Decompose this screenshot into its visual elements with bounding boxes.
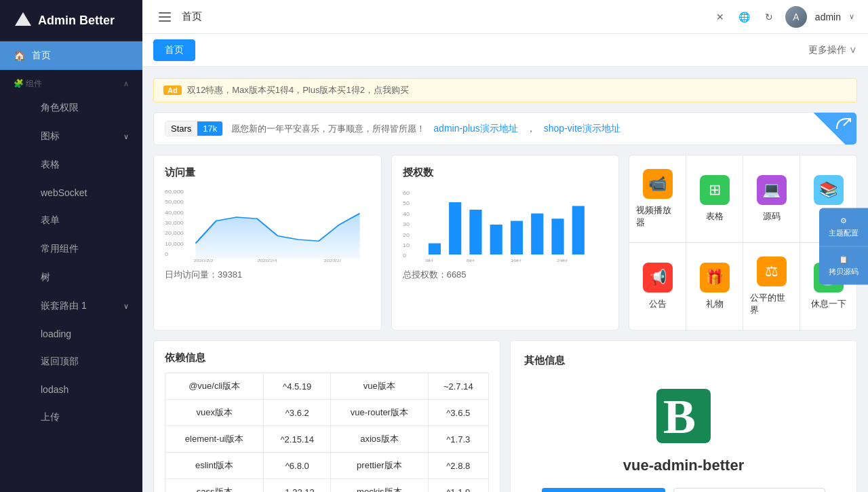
sidebar-item-tree[interactable]: 树 <box>27 263 142 292</box>
github-button[interactable]: vue2.x版本 github下载源码点star <box>673 488 825 492</box>
svg-text:30,000: 30,000 <box>165 221 184 225</box>
dep-val-vue: ~2.7.14 <box>428 373 488 400</box>
more-actions-button[interactable]: 更多操作 ∨ <box>808 44 857 56</box>
username[interactable]: admin <box>815 12 841 22</box>
rest-label: 休息一下 <box>811 298 846 310</box>
visit-chart-card: 访问量 60,000 50,000 40,000 30,000 20,000 1… <box>153 155 382 330</box>
sidebar-item-role-permissions[interactable]: 角色权限 <box>27 94 142 122</box>
sidebar-item-nested-route[interactable]: 嵌套路由 1 ∨ <box>27 292 142 320</box>
auth-chart-title: 授权数 <box>403 166 608 179</box>
icons-chevron: ∨ <box>123 132 129 141</box>
logo-icon <box>14 11 33 30</box>
auth-chart-card: 授权数 60 50 40 30 20 10 0 <box>391 155 620 330</box>
refresh-icon[interactable]: ↻ <box>761 9 777 25</box>
home-icon: 🏠 <box>14 50 25 61</box>
svg-rect-18 <box>428 244 440 255</box>
notice-icon: 📢 <box>643 263 673 292</box>
globe-icon[interactable]: 🌐 <box>736 9 753 25</box>
quick-link-table[interactable]: ⊞ 表格 <box>686 155 743 242</box>
quick-link-video[interactable]: 📹 视频播放器 <box>629 155 686 242</box>
stars-badge[interactable]: Stars 17k <box>165 121 223 136</box>
svg-text:16时: 16时 <box>511 259 521 262</box>
dep-val-sass: ~1.32.13 <box>264 479 331 493</box>
other-info-buttons: QQ讨论群、基础版、文档 vue2.x版本 github下载源码点star <box>542 488 825 492</box>
dep-name-router: vue-router版本 <box>331 400 428 426</box>
dashboard-grid: 访问量 60,000 50,000 40,000 30,000 20,000 1… <box>153 155 857 330</box>
brand-logo: B <box>656 389 711 443</box>
svg-text:50,000: 50,000 <box>165 200 184 204</box>
dep-name-sass: sass版本 <box>165 479 264 493</box>
dep-name-prettier: prettier版本 <box>331 453 428 479</box>
sidebar-item-common-components[interactable]: 常用组件 <box>27 235 142 263</box>
svg-rect-19 <box>449 202 461 254</box>
sidebar-item-table[interactable]: 表格 <box>27 151 142 179</box>
dependencies-table: @vue/cli版本 ^4.5.19 vue版本 ~2.7.14 vuex版本 … <box>165 373 489 492</box>
brand-name: vue-admin-better <box>623 457 744 474</box>
stars-text: 愿您新的一年平安喜乐，万事顺意，所得皆所愿！ <box>231 123 425 135</box>
sidebar-logo[interactable]: Admin Better <box>0 0 142 41</box>
svg-text:0时: 0时 <box>425 259 433 262</box>
svg-text:50: 50 <box>403 202 410 206</box>
other-info-title: 其他信息 <box>524 354 843 367</box>
components-icon: 🧩 <box>14 79 24 88</box>
dep-name-vuex: vuex版本 <box>165 400 264 426</box>
page-title: 首页 <box>182 10 202 23</box>
svg-text:2020/2/4: 2020/2/4 <box>257 259 277 262</box>
sidebar-item-lodash[interactable]: lodash <box>27 376 142 403</box>
svg-rect-23 <box>531 214 543 255</box>
header-left: 首页 <box>156 10 202 24</box>
table-row: element-ui版本 ^2.15.14 axios版本 ^1.7.3 <box>165 426 489 453</box>
svg-text:40,000: 40,000 <box>165 210 184 215</box>
menu-toggle-button[interactable] <box>156 10 174 24</box>
ad-text[interactable]: 双12特惠，Max版本买1得4，Plus版本买1得2，点我购买 <box>187 84 409 96</box>
table-row: eslint版本 ^6.8.0 prettier版本 ^2.8.8 <box>165 453 489 479</box>
dep-val-vuex: ^3.6.2 <box>264 400 331 426</box>
svg-text:0: 0 <box>165 252 169 257</box>
stars-count: 17k <box>197 121 222 136</box>
svg-rect-20 <box>469 210 481 254</box>
svg-rect-25 <box>572 206 584 255</box>
theme-config-button[interactable]: ⚙ 主题配置 <box>819 208 868 246</box>
fairworld-icon: ⚖ <box>757 257 787 286</box>
fairworld-label: 公平的世界 <box>750 292 793 316</box>
svg-text:20: 20 <box>403 233 410 238</box>
user-chevron-icon[interactable]: ∨ <box>849 12 854 21</box>
dep-name-mockjs: mockjs版本 <box>331 479 428 493</box>
sidebar: Admin Better 🏠 首页 🧩 组件 ∧ 角色权限 图标 ∨ 表格 we… <box>0 0 142 492</box>
quick-link-fairworld[interactable]: ⚖ 公平的世界 <box>743 243 800 330</box>
admin-plus-link[interactable]: admin-plus演示地址 <box>433 123 517 135</box>
copy-source-button[interactable]: 📋 拷贝源码 <box>819 246 868 284</box>
sidebar-item-home[interactable]: 🏠 首页 <box>0 41 142 70</box>
sidebar-item-loading[interactable]: loading <box>27 320 142 347</box>
shop-vite-link[interactable]: shop-vite演示地址 <box>544 123 620 135</box>
sidebar-group-components[interactable]: 🧩 组件 ∧ <box>0 70 142 94</box>
quick-link-notice[interactable]: 📢 公告 <box>629 243 686 330</box>
home-tab[interactable]: 首页 <box>153 39 195 61</box>
components-chevron: ∧ <box>123 79 129 88</box>
brand-logo-svg: B <box>656 389 711 443</box>
ad-banner: Ad 双12特惠，Max版本买1得4，Plus版本买1得2，点我购买 <box>153 78 857 102</box>
avatar[interactable]: A <box>785 6 807 28</box>
quick-link-source[interactable]: 💻 源码 <box>743 155 800 242</box>
quick-link-gift[interactable]: 🎁 礼物 <box>686 243 743 330</box>
sidebar-item-back-top[interactable]: 返回顶部 <box>27 347 142 376</box>
notice-label: 公告 <box>649 298 667 310</box>
dep-val-router: ^3.6.5 <box>428 400 488 426</box>
decoration-icon <box>833 115 854 136</box>
dep-val-mockjs: ^1.1.0 <box>428 479 488 493</box>
dep-name-1: @vue/cli版本 <box>165 373 264 400</box>
sidebar-item-upload[interactable]: 上传 <box>27 403 142 432</box>
source-icon: 💻 <box>757 175 787 205</box>
sidebar-item-icons[interactable]: 图标 ∨ <box>27 122 142 151</box>
close-icon[interactable]: ✕ <box>712 9 728 25</box>
sidebar-item-websocket[interactable]: webSocket <box>27 179 142 206</box>
dep-name-element: element-ui版本 <box>165 426 264 453</box>
sidebar-item-form[interactable]: 表单 <box>27 206 142 235</box>
svg-text:24时: 24时 <box>557 259 568 262</box>
stars-separator: ， <box>526 123 536 135</box>
table-row: @vue/cli版本 ^4.5.19 vue版本 ~2.7.14 <box>165 373 489 400</box>
svg-text:40: 40 <box>403 212 410 216</box>
qq-group-button[interactable]: QQ讨论群、基础版、文档 <box>542 488 665 492</box>
dependencies-title: 依赖信息 <box>165 352 489 364</box>
table-icon: ⊞ <box>700 175 730 205</box>
